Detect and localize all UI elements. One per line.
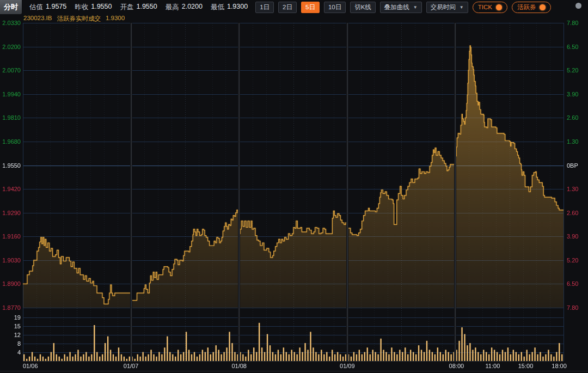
toggle-on-dot-icon [540, 4, 546, 10]
y-axis-bp-label: 7.80 [567, 20, 578, 26]
active-bond-toggle[interactable]: 活跃券 [512, 2, 552, 13]
y-axis-price-label: 2.0070 [0, 67, 21, 74]
price-volume-canvas[interactable] [0, 22, 588, 373]
x-axis-time-label: 01/09 [340, 363, 355, 369]
y-axis-bp-label: 5.20 [567, 67, 578, 74]
y-axis-price-label: 1.8900 [0, 280, 21, 287]
quote-item: 最高 2.0200 [166, 3, 203, 12]
quote-value-open: 1.9550 [136, 3, 157, 12]
quote-item: 开盘 1.9550 [120, 3, 157, 12]
quote-summary: 估值 1.9575 昨收 1.9550 开盘 1.9550 最高 2.0200 … [29, 3, 248, 12]
range-button-1d[interactable]: 1日 [255, 2, 274, 13]
y-axis-price-label: 1.9160 [0, 233, 21, 240]
x-axis-time-label: 01/08 [231, 363, 247, 369]
chevron-down-icon: ▼ [413, 5, 418, 10]
range-button-2d[interactable]: 2日 [278, 2, 297, 13]
toolbar: 分时 估值 1.9575 昨收 1.9550 开盘 1.9550 最高 2.02… [0, 0, 588, 14]
trading-time-label: 交易时间 [431, 3, 456, 11]
trading-time-dropdown[interactable]: 交易时间 ▼ [426, 2, 468, 13]
tick-toggle[interactable]: TICK [473, 2, 507, 13]
y-axis-price-label: 1.9030 [0, 257, 21, 264]
chart-region: 2.03302.02002.00701.99401.98101.96801.95… [0, 22, 588, 373]
y-axis-price-label: 1.9290 [0, 210, 21, 216]
y-axis-bp-label: 0BP [567, 162, 578, 169]
y-axis-bp-label: 5.20 [567, 257, 578, 264]
x-axis-time-label: 11:00 [486, 363, 500, 369]
chevron-down-icon: ▼ [460, 5, 464, 10]
range-button-5d[interactable]: 5日 [301, 2, 320, 13]
quote-label-open: 开盘 [120, 3, 133, 12]
overlay-curve-dropdown[interactable]: 叠加曲线 ▼ [380, 2, 422, 13]
overlay-curve-label: 叠加曲线 [384, 3, 409, 11]
tick-toggle-label: TICK [478, 4, 492, 10]
y-axis-price-label: 1.8770 [0, 304, 21, 311]
range-button-group: 1日 2日 5日 10日 切K线 叠加曲线 ▼ 交易时间 ▼ TICK 活跃券 [255, 2, 551, 13]
y-axis-price-label: 1.9420 [0, 186, 21, 192]
y-axis-price-label: 1.9940 [0, 91, 21, 97]
volume-axis-label: 8 [0, 340, 21, 347]
quote-value-low: 1.9300 [227, 3, 248, 12]
x-axis-time-label: 15:00 [518, 363, 534, 369]
y-axis-bp-label: 1.30 [567, 138, 578, 145]
info-circle-icon[interactable] [575, 3, 581, 9]
switch-kline-button[interactable]: 切K线 [350, 2, 376, 13]
active-bond-toggle-label: 活跃券 [517, 3, 536, 11]
y-axis-bp-label: 7.80 [567, 304, 578, 311]
y-axis-bp-label: 1.30 [567, 186, 578, 192]
quote-value-valuation: 1.9575 [46, 3, 66, 12]
y-axis-bp-label: 6.50 [567, 44, 578, 50]
x-axis-time-label: 08:00 [449, 363, 464, 369]
x-axis-time-label: 01/07 [124, 363, 139, 369]
quote-label-valuation: 估值 [29, 3, 43, 12]
quote-item: 估值 1.9575 [29, 3, 66, 12]
y-axis-bp-label: 3.90 [567, 91, 578, 97]
quote-item: 昨收 1.9550 [75, 3, 112, 12]
quote-label-low: 最低 [211, 3, 224, 12]
y-axis-price-label: 1.9680 [0, 138, 21, 145]
y-axis-bp-label: 2.60 [567, 210, 578, 216]
range-button-10d[interactable]: 10日 [324, 2, 346, 13]
volume-axis-label: 12 [0, 332, 21, 338]
y-axis-bp-label: 3.90 [567, 233, 578, 240]
y-axis-price-label: 1.9550 [0, 162, 21, 169]
volume-axis-label: 15 [0, 323, 21, 329]
x-axis-time-label: 18:00 [552, 363, 567, 369]
toggle-on-dot-icon [496, 4, 502, 10]
y-axis-price-label: 2.0330 [0, 20, 21, 26]
y-axis-price-label: 1.9810 [0, 114, 21, 121]
quote-value-high: 2.0200 [182, 3, 203, 12]
y-axis-bp-label: 6.50 [567, 280, 578, 287]
quote-item: 最低 1.9300 [211, 3, 248, 12]
quote-label-high: 最高 [166, 3, 179, 12]
y-axis-bp-label: 2.60 [567, 114, 578, 121]
tab-minute-chart[interactable]: 分时 [0, 0, 22, 14]
quote-label-prev-close: 昨收 [75, 3, 88, 12]
x-axis-time-label: 01/06 [23, 363, 38, 369]
volume-axis-label: 19 [0, 314, 21, 321]
volume-axis-label: 4 [0, 349, 21, 356]
quote-value-prev-close: 1.9550 [91, 3, 112, 12]
window-bottom-divider [0, 371, 588, 371]
y-axis-price-label: 2.0200 [0, 44, 21, 50]
